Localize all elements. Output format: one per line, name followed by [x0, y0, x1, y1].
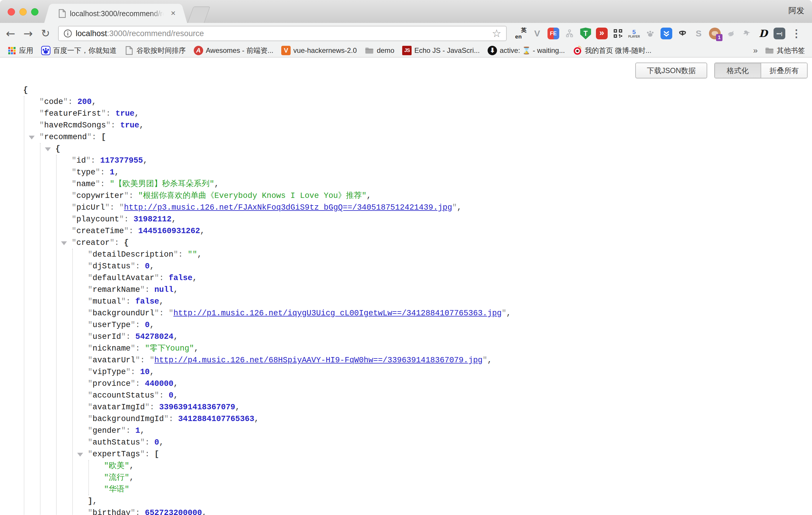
vue-devtools-icon[interactable]: V: [531, 28, 543, 39]
minimize-window-button[interactable]: [19, 8, 27, 16]
json-token-q: ": [87, 133, 92, 142]
bookmark-item[interactable]: 我的首页 微博-随时...: [573, 46, 651, 55]
bookmark-item[interactable]: 应用: [7, 46, 33, 55]
json-token-q: ": [119, 215, 124, 224]
json-token-p: :: [115, 238, 124, 247]
view-mode-group: 格式化 折叠所有: [714, 62, 808, 78]
json-token-v: 652723200000: [145, 509, 202, 515]
tab-title: localhost:3000/recommend/re: [70, 4, 164, 23]
bookmark-item[interactable]: AAwesomes - 前端资...: [194, 46, 273, 55]
bookmark-item[interactable]: 百度一下，你就知道: [41, 46, 117, 55]
letter-d-icon[interactable]: D: [757, 28, 769, 39]
json-url-link[interactable]: http://p3.music.126.net/FJAxNkFoq3dGiS9t…: [124, 203, 452, 212]
json-token-v: false: [135, 297, 159, 306]
url-text[interactable]: localhost:3000/recommend/resource: [76, 29, 492, 38]
new-tab-button[interactable]: [187, 6, 210, 24]
js-badge-icon: JS: [402, 46, 412, 55]
password-dots-icon[interactable]: •••|: [774, 28, 785, 39]
bookmarks-overflow-icon[interactable]: »: [753, 46, 758, 55]
forward-button[interactable]: →: [24, 28, 33, 39]
json-token-q: ": [71, 168, 76, 177]
json-token-q: ": [174, 250, 178, 259]
hummingbird-icon[interactable]: [741, 28, 753, 39]
back-button[interactable]: ←: [6, 28, 15, 39]
json-token-q: ": [71, 192, 76, 200]
tab-close-icon[interactable]: ×: [171, 4, 176, 23]
json-token-q: ": [124, 227, 128, 235]
json-token-s: "零下Young": [145, 344, 194, 353]
json-line: "gender": 1,: [88, 425, 812, 437]
fe-helper-icon[interactable]: FE: [548, 28, 559, 39]
fast-forward-icon[interactable]: »: [596, 28, 608, 39]
bookmark-label: active: ⌛ - waiting...: [500, 47, 565, 55]
json-token-v: 117377955: [100, 156, 143, 165]
shield-t-icon[interactable]: T: [580, 28, 591, 39]
address-bar[interactable]: localhost:3000/recommend/resource ☆: [58, 26, 507, 41]
download-json-button[interactable]: 下载JSON数据: [635, 62, 707, 78]
sitemap-icon[interactable]: [563, 28, 575, 39]
collapse-arrow-icon[interactable]: [29, 136, 35, 140]
json-token-k: mutual: [92, 297, 121, 306]
json-token-s: "流行": [104, 473, 129, 482]
video-download-icon[interactable]: [661, 28, 672, 39]
extensions-row: 英enVFET»5PLAYERS1D•••|: [511, 28, 785, 39]
json-token-q: ": [88, 356, 92, 365]
collapse-arrow-icon[interactable]: [61, 241, 67, 245]
collapse-arrow-icon[interactable]: [77, 453, 83, 457]
qr-code-icon[interactable]: [612, 28, 624, 39]
json-line: {: [56, 143, 812, 155]
json-line: ],: [88, 495, 812, 507]
json-token-p: :: [126, 332, 135, 341]
profile-name[interactable]: 阿发: [788, 0, 804, 23]
json-token-v: 200: [78, 97, 92, 106]
gray-bird-icon[interactable]: [725, 28, 737, 39]
page-info-icon[interactable]: [63, 29, 72, 38]
json-token-c: ,: [150, 368, 154, 376]
format-button[interactable]: 格式化: [715, 63, 761, 78]
bookmark-item[interactable]: JSEcho JS - JavaScri...: [402, 46, 480, 55]
json-token-k: copywriter: [76, 192, 124, 200]
json-token-v: 0: [145, 321, 149, 330]
html5-player-icon[interactable]: 5PLAYER: [628, 28, 640, 39]
json-token-k: djStatus: [92, 262, 130, 271]
json-token-q: ": [502, 309, 506, 318]
maximize-window-button[interactable]: [31, 8, 38, 16]
browser-tab[interactable]: localhost:3000/recommend/re ×: [52, 4, 180, 23]
json-line: {: [23, 84, 812, 96]
url-host: localhost: [76, 29, 107, 38]
json-url-link[interactable]: http://p4.music.126.net/68HSpiyAAVY-HI9-…: [154, 356, 483, 365]
bookmark-item[interactable]: demo: [365, 46, 394, 55]
close-window-button[interactable]: [8, 8, 15, 16]
collapse-all-button[interactable]: 折叠所有: [761, 63, 807, 78]
json-line: "avatarImgId": 3396391418367079,: [88, 401, 812, 413]
collapse-arrow-icon[interactable]: [45, 147, 51, 151]
json-line: "remarkName": null,: [88, 284, 812, 296]
json-token-p: :: [100, 168, 110, 177]
tampermonkey-icon[interactable]: 1: [709, 28, 721, 39]
json-token-k: recommend: [44, 133, 87, 142]
bookmark-item[interactable]: ⬇active: ⌛ - waiting...: [488, 46, 565, 55]
browser-menu-icon[interactable]: ⋮: [791, 27, 802, 40]
json-token-p: :: [128, 227, 138, 235]
bookmark-item[interactable]: Vvue-hackernews-2.0: [281, 46, 357, 55]
json-token-k: vipType: [92, 368, 126, 376]
letter-s-icon[interactable]: S: [693, 28, 704, 39]
bookmark-star-icon[interactable]: ☆: [492, 28, 501, 39]
paw-icon[interactable]: [644, 28, 656, 39]
json-token-c: ,: [92, 97, 96, 106]
translate-icon[interactable]: 英en: [515, 28, 527, 39]
mask-icon[interactable]: [677, 28, 688, 39]
json-line: "createTime": 1445160931262,: [71, 225, 812, 237]
json-url-link[interactable]: http://p1.music.126.net/iqygU3Uicg_cL00I…: [174, 309, 502, 318]
json-line: "djStatus": 0,: [88, 260, 812, 272]
awesomes-a-icon: A: [194, 46, 203, 55]
bookmark-item[interactable]: 谷歌按时间排序: [124, 46, 186, 55]
json-line: "backgroundUrl": "http://p1.music.126.ne…: [88, 307, 812, 319]
json-token-p: :: [140, 356, 149, 365]
json-token-c: ,: [129, 473, 134, 482]
json-token-c: ,: [135, 109, 139, 118]
reload-button[interactable]: ↻: [41, 28, 50, 39]
other-bookmarks-folder[interactable]: 其他书签: [765, 46, 805, 55]
json-token-k: userId: [92, 332, 121, 341]
json-token-c: ,: [200, 227, 205, 235]
